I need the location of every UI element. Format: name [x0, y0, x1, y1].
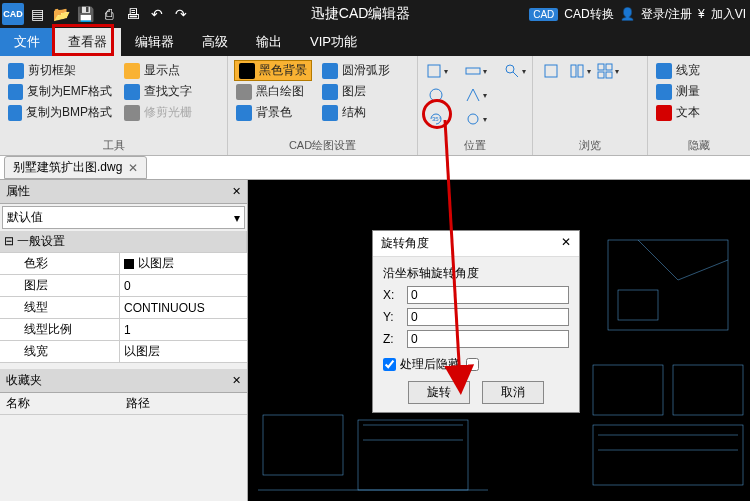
svg-line-6 — [513, 72, 518, 77]
app-title: 迅捷CAD编辑器 — [192, 5, 529, 23]
svg-rect-11 — [606, 64, 612, 70]
show-point-button[interactable]: 显示点 — [122, 60, 194, 81]
pos-btn-6[interactable] — [502, 60, 526, 82]
copy-bmp-button[interactable]: 复制为BMP格式 — [6, 102, 114, 123]
pos-btn-5[interactable] — [463, 108, 487, 130]
dialog-group-label: 沿坐标轴旋转角度 — [383, 265, 569, 282]
print-icon[interactable]: 🖶 — [122, 3, 144, 25]
undo-icon[interactable]: ↶ — [146, 3, 168, 25]
layers-button[interactable]: 图层 — [320, 81, 392, 102]
open-icon[interactable]: 📂 — [50, 3, 72, 25]
saveall-icon[interactable]: ⎙ — [98, 3, 120, 25]
copy-emf-button[interactable]: 复制为EMF格式 — [6, 81, 114, 102]
group-cad-label: CAD绘图设置 — [228, 138, 417, 155]
file-tab-bar: 别墅建筑扩出图.dwg ✕ — [0, 156, 750, 180]
pos-btn-4[interactable] — [463, 84, 487, 106]
cancel-button[interactable]: 取消 — [482, 381, 544, 404]
dialog-close-icon[interactable]: ✕ — [561, 235, 571, 252]
svg-rect-25 — [593, 425, 743, 485]
y-input[interactable] — [407, 308, 569, 326]
z-label: Z: — [383, 332, 407, 346]
file-tab[interactable]: 别墅建筑扩出图.dwg ✕ — [4, 156, 147, 179]
pos-btn-2[interactable] — [424, 84, 448, 106]
svg-point-5 — [506, 65, 514, 73]
bg-color-button[interactable]: 背景色 — [234, 102, 312, 123]
vip-link[interactable]: 加入VI — [711, 6, 746, 23]
svg-rect-12 — [598, 72, 604, 78]
svg-rect-15 — [358, 420, 468, 490]
svg-rect-24 — [673, 365, 743, 415]
group-position-label: 位置 — [418, 138, 532, 155]
browse-btn-2[interactable] — [567, 60, 591, 82]
favorites-columns: 名称 路径 — [0, 393, 247, 415]
hide-after-checkbox[interactable] — [383, 358, 396, 371]
trim-raster-button[interactable]: 修剪光栅 — [122, 102, 194, 123]
rotate-35-button[interactable]: 35° — [424, 108, 448, 130]
svg-rect-14 — [263, 415, 343, 475]
tab-viewer[interactable]: 查看器 — [54, 28, 121, 56]
cad-convert-link[interactable]: CAD转换 — [564, 6, 613, 23]
svg-rect-7 — [545, 65, 557, 77]
text-button[interactable]: 文本 — [654, 102, 744, 123]
properties-close-icon[interactable]: ✕ — [232, 185, 241, 198]
tab-output[interactable]: 输出 — [242, 28, 296, 56]
save-icon[interactable]: 💾 — [74, 3, 96, 25]
rotate-button[interactable]: 旋转 — [408, 381, 470, 404]
tab-editor[interactable]: 编辑器 — [121, 28, 188, 56]
measure-button[interactable]: 测量 — [654, 81, 744, 102]
svg-rect-0 — [428, 65, 440, 77]
prop-section[interactable]: ⊟ 一般设置 — [0, 231, 247, 253]
svg-point-1 — [430, 89, 442, 101]
login-link[interactable]: 登录/注册 — [641, 6, 692, 23]
linewidth-button[interactable]: 线宽 — [654, 60, 744, 81]
left-panel: 属性 ✕ 默认值▾ ⊟ 一般设置 色彩以图层 图层0 线型CONTINUOUS … — [0, 180, 248, 501]
title-bar: CAD ▤ 📂 💾 ⎙ 🖶 ↶ ↷ 迅捷CAD编辑器 CAD CAD转换 👤 登… — [0, 0, 750, 28]
rotate-dialog: 旋转角度 ✕ 沿坐标轴旋转角度 X: Y: Z: 处理后隐藏 旋转 取消 — [372, 230, 580, 413]
favorites-close-icon[interactable]: ✕ — [232, 374, 241, 387]
svg-rect-8 — [571, 65, 576, 77]
fav-col-path[interactable]: 路径 — [120, 393, 156, 414]
properties-header: 属性 ✕ — [0, 180, 247, 204]
default-dropdown[interactable]: 默认值▾ — [2, 206, 245, 229]
bw-draw-button[interactable]: 黑白绘图 — [234, 81, 312, 102]
smooth-arc-button[interactable]: 圆滑弧形 — [320, 60, 392, 81]
pos-btn-3[interactable] — [463, 60, 487, 82]
tab-vip[interactable]: VIP功能 — [296, 28, 371, 56]
y-label: Y: — [383, 310, 407, 324]
prop-row-linewidth[interactable]: 线宽以图层 — [0, 341, 247, 363]
svg-line-21 — [678, 260, 728, 280]
z-input[interactable] — [407, 330, 569, 348]
svg-line-20 — [638, 240, 678, 280]
svg-rect-22 — [618, 290, 658, 320]
browse-btn-3[interactable] — [595, 60, 619, 82]
fav-col-name[interactable]: 名称 — [0, 393, 120, 414]
svg-rect-10 — [598, 64, 604, 70]
ribbon: 剪切框架 复制为EMF格式 复制为BMP格式 显示点 查找文字 修剪光栅 工具 … — [0, 56, 750, 156]
tab-advanced[interactable]: 高级 — [188, 28, 242, 56]
prop-row-linescale[interactable]: 线型比例1 — [0, 319, 247, 341]
black-bg-button[interactable]: 黑色背景 — [234, 60, 312, 81]
pos-btn-1[interactable] — [424, 60, 448, 82]
prop-row-color[interactable]: 色彩以图层 — [0, 253, 247, 275]
hide-after-label: 处理后隐藏 — [400, 356, 460, 373]
user-icon: 👤 — [620, 7, 635, 21]
hide-after-checkbox-2[interactable] — [466, 358, 479, 371]
structure-button[interactable]: 结构 — [320, 102, 392, 123]
file-tab-close-icon[interactable]: ✕ — [128, 161, 138, 175]
prop-row-linetype[interactable]: 线型CONTINUOUS — [0, 297, 247, 319]
svg-rect-23 — [593, 365, 663, 415]
new-icon[interactable]: ▤ — [26, 3, 48, 25]
find-text-button[interactable]: 查找文字 — [122, 81, 194, 102]
browse-btn-1[interactable] — [539, 60, 563, 82]
svg-rect-3 — [466, 68, 480, 74]
group-hide-label: 隐藏 — [648, 138, 750, 155]
svg-rect-9 — [578, 65, 583, 77]
x-input[interactable] — [407, 286, 569, 304]
app-icon: CAD — [2, 3, 24, 25]
clip-frame-button[interactable]: 剪切框架 — [6, 60, 114, 81]
redo-icon[interactable]: ↷ — [170, 3, 192, 25]
prop-row-layer[interactable]: 图层0 — [0, 275, 247, 297]
svg-rect-13 — [606, 72, 612, 78]
tab-file[interactable]: 文件 — [0, 28, 54, 56]
chevron-down-icon: ▾ — [234, 211, 240, 225]
